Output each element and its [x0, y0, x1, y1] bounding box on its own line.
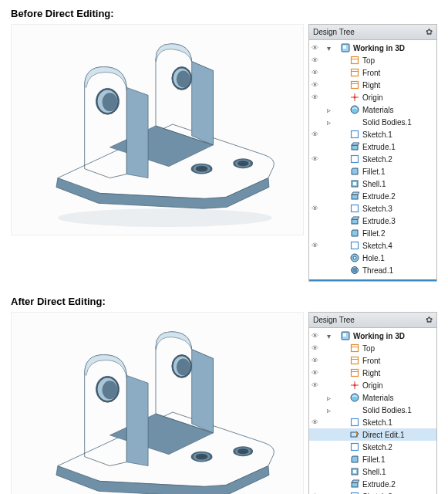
- tree-item[interactable]: 👁 Extrude.2: [309, 190, 436, 202]
- extrude-icon: [349, 142, 359, 152]
- tree-item[interactable]: 👁 Sketch.1: [309, 128, 436, 140]
- tree-item-label: Extrude.2: [362, 480, 396, 489]
- visibility-eye-icon[interactable]: 👁: [309, 69, 320, 76]
- fillet-icon: [349, 167, 359, 177]
- gear-icon[interactable]: ✿: [426, 315, 433, 325]
- tree-item[interactable]: 👁 Sketch.3: [309, 202, 436, 215]
- tree-item[interactable]: 👁 Sketch.3: [309, 490, 436, 494]
- visibility-eye-icon[interactable]: 👁: [309, 381, 320, 389]
- tree-item-label: Front: [362, 69, 380, 77]
- tree-item[interactable]: 👁 Right: [309, 367, 436, 379]
- panel-title: Design Tree: [313, 316, 355, 324]
- tree-item[interactable]: 👁▾Working in 3D: [309, 42, 436, 54]
- tree-item-label: Sketch.3: [362, 205, 392, 213]
- fillet-icon: [349, 228, 359, 239]
- tree-item[interactable]: 👁 Direct Edit.1: [309, 428, 436, 441]
- plane-icon: [349, 356, 359, 366]
- tree-item-label: Front: [362, 357, 380, 365]
- tree-item[interactable]: 👁 Extrude.3: [309, 215, 436, 227]
- part-icon: [340, 43, 350, 53]
- tree-item-label: Sketch.2: [362, 443, 392, 452]
- tree-item-label: Origin: [362, 93, 383, 102]
- visibility-eye-icon[interactable]: 👁: [309, 130, 320, 138]
- tree-item-label: Right: [362, 81, 380, 90]
- tree-before: 👁▾Working in 3D👁 Top👁 Front👁 Right👁 Orig…: [309, 40, 436, 281]
- tree-item-label: Working in 3D: [353, 44, 405, 52]
- origin-icon: [349, 381, 359, 391]
- visibility-eye-icon[interactable]: 👁: [309, 155, 320, 163]
- gear-icon[interactable]: ✿: [426, 27, 433, 37]
- tree-item[interactable]: 👁 Thread.1: [309, 264, 436, 276]
- expand-toggle-icon[interactable]: ▹: [323, 118, 334, 127]
- visibility-eye-icon[interactable]: 👁: [309, 332, 320, 340]
- tree-item[interactable]: 👁▹Solid Bodies.1: [309, 116, 436, 128]
- tree-item[interactable]: 👁 Fillet.2: [309, 227, 436, 239]
- tree-item-label: Solid Bodies.1: [362, 406, 412, 414]
- plane-icon: [349, 68, 359, 78]
- sketch-icon: [349, 418, 359, 428]
- tree-item[interactable]: 👁▹Materials: [309, 391, 436, 404]
- tree-item[interactable]: 👁▹Solid Bodies.1: [309, 404, 436, 416]
- tree-item[interactable]: 👁▹Materials: [309, 103, 436, 116]
- visibility-eye-icon[interactable]: 👁: [309, 418, 320, 426]
- tree-item[interactable]: 👁 Top: [309, 54, 436, 66]
- tree-item-label: Shell.1: [362, 180, 386, 188]
- tree-item[interactable]: 👁 Origin: [309, 379, 436, 391]
- tree-item[interactable]: 👁 Shell.1: [309, 465, 436, 478]
- visibility-eye-icon[interactable]: 👁: [309, 81, 320, 89]
- visibility-eye-icon[interactable]: 👁: [309, 56, 320, 64]
- tree-item[interactable]: 👁 Extrude.2: [309, 478, 436, 490]
- tree-item[interactable]: 👁 Front: [309, 66, 436, 79]
- expand-toggle-icon[interactable]: ▹: [323, 106, 334, 114]
- design-tree-panel-before: Design Tree ✿ 👁▾Working in 3D👁 Top👁 Fron…: [308, 24, 437, 282]
- expand-toggle-icon[interactable]: ▾: [323, 332, 334, 340]
- tree-item[interactable]: 👁▾Working in 3D: [309, 330, 436, 342]
- visibility-eye-icon[interactable]: 👁: [309, 344, 320, 352]
- expand-toggle-icon[interactable]: ▾: [323, 44, 334, 52]
- tree-item[interactable]: 👁 Shell.1: [309, 178, 436, 190]
- hole-icon: [349, 253, 359, 263]
- tree-item[interactable]: 👁 Front: [309, 354, 436, 367]
- tree-item[interactable]: 👁 Origin: [309, 91, 436, 103]
- panel-title: Design Tree: [313, 28, 355, 36]
- design-tree-panel-after: Design Tree ✿ 👁▾Working in 3D👁 Top👁 Fron…: [308, 312, 437, 494]
- expand-toggle-icon[interactable]: ▹: [323, 406, 334, 414]
- tree-item[interactable]: 👁 Top: [309, 342, 436, 354]
- tree-item[interactable]: 👁 Fillet.1: [309, 165, 436, 178]
- origin-icon: [349, 93, 359, 103]
- tree-item-label: Origin: [362, 381, 383, 390]
- expand-toggle-icon[interactable]: ▹: [323, 394, 334, 402]
- tree-item-label: Thread.1: [362, 266, 393, 275]
- direct-icon: [349, 430, 359, 440]
- tree-item-label: Top: [362, 56, 375, 65]
- plane-icon: [349, 56, 359, 66]
- viewport-before[interactable]: [11, 24, 304, 235]
- extrude-icon: [349, 191, 359, 201]
- tree-item[interactable]: 👁 Hole.1: [309, 252, 436, 264]
- sketch-icon: [349, 442, 359, 452]
- tree-item-label: Sketch.1: [362, 418, 392, 427]
- tree-item[interactable]: 👁 Extrude.1: [309, 140, 436, 153]
- tree-item[interactable]: 👁 Sketch.2: [309, 441, 436, 453]
- sketch-icon: [349, 130, 359, 140]
- visibility-eye-icon[interactable]: 👁: [309, 369, 320, 377]
- tree-item-label: Materials: [362, 106, 394, 114]
- plane-icon: [349, 80, 359, 90]
- tree-item-label: Solid Bodies.1: [362, 118, 412, 127]
- visibility-eye-icon[interactable]: 👁: [309, 357, 320, 364]
- tree-item[interactable]: 👁 Sketch.1: [309, 416, 436, 428]
- tree-item[interactable]: 👁 Sketch.2: [309, 153, 436, 165]
- visibility-eye-icon[interactable]: 👁: [309, 44, 320, 52]
- tree-item-label: Working in 3D: [353, 332, 405, 340]
- blank-icon: [349, 405, 359, 415]
- tree-item[interactable]: 👁 Sketch.4: [309, 239, 436, 252]
- tree-item[interactable]: 👁 Fillet.1: [309, 453, 436, 465]
- viewport-after[interactable]: [11, 312, 304, 494]
- visibility-eye-icon[interactable]: 👁: [309, 205, 320, 212]
- visibility-eye-icon[interactable]: 👁: [309, 93, 320, 101]
- tree-item-label: Top: [362, 344, 375, 353]
- sketch-icon: [349, 154, 359, 164]
- tree-item[interactable]: 👁 Right: [309, 79, 436, 91]
- visibility-eye-icon[interactable]: 👁: [309, 242, 320, 249]
- sketch-icon: [349, 204, 359, 214]
